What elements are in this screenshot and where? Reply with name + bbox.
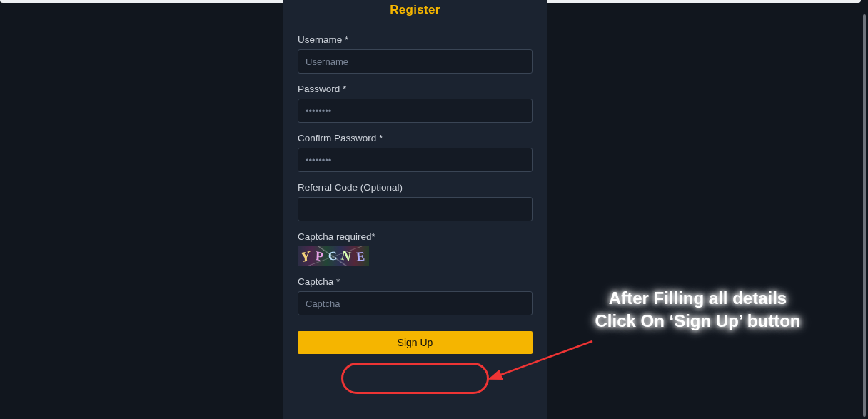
password-group: Password * [298, 84, 533, 123]
annotation-line-2: Click On ‘Sign Up’ button [595, 311, 801, 330]
register-panel: Register Username * Password * Confirm P… [283, 0, 547, 419]
captcha-required-label: Captcha required* [298, 231, 533, 242]
register-title: Register [298, 0, 533, 24]
scrollbar[interactable] [863, 14, 866, 417]
confirm-password-label: Confirm Password * [298, 133, 533, 143]
form-divider [298, 370, 533, 370]
confirm-password-group: Confirm Password * [298, 133, 533, 172]
captcha-image: YPCNE [298, 246, 369, 266]
username-input[interactable] [298, 49, 533, 74]
captcha-input[interactable] [298, 291, 533, 315]
referral-input[interactable] [298, 197, 533, 221]
annotation-line-1: After Filling all details [609, 288, 787, 308]
referral-group: Referral Code (Optional) [298, 182, 533, 221]
annotation-text: After Filling all details Click On ‘Sign… [557, 287, 839, 333]
captcha-glyphs: YPCNE [298, 246, 369, 266]
password-label: Password * [298, 84, 533, 94]
username-group: Username * [298, 34, 533, 74]
signup-button[interactable]: Sign Up [298, 331, 533, 354]
captcha-label: Captcha * [298, 276, 533, 287]
username-label: Username * [298, 34, 533, 45]
referral-label: Referral Code (Optional) [298, 182, 533, 193]
captcha-display-group: Captcha required* YPCNE [298, 231, 533, 266]
confirm-password-input[interactable] [298, 148, 533, 172]
captcha-input-group: Captcha * [298, 276, 533, 315]
password-input[interactable] [298, 99, 533, 123]
